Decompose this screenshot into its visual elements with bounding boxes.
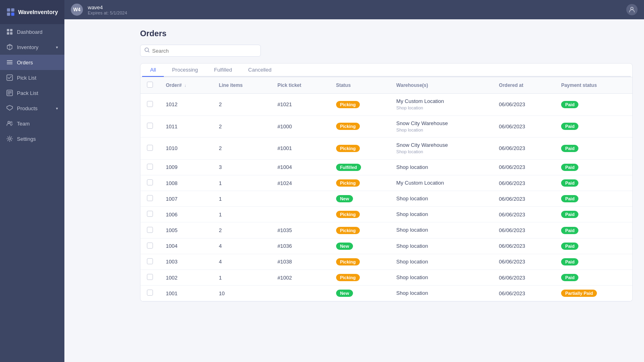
row-checkbox[interactable] (147, 274, 153, 280)
warehouse-cell: Snow City WarehouseShop location (396, 142, 486, 155)
row-order-number: 1009 (159, 159, 213, 175)
warehouse-cell: Shop location (396, 195, 486, 202)
row-pick-ticket: #1001 (271, 138, 330, 160)
table-row[interactable]: 10061PickingShop location06/06/2023Paid (140, 207, 632, 222)
warehouse-name: Shop location (396, 164, 486, 171)
orders-tbody: 10122#1021PickingMy Custom LocationShop … (140, 94, 632, 301)
table-row[interactable]: 10044#1036NewShop location06/06/2023Paid (140, 238, 632, 254)
sidebar-item-pack-list[interactable]: Pack List (0, 85, 64, 101)
row-order-number: 1004 (159, 238, 213, 254)
table-row[interactable]: 10122#1021PickingMy Custom LocationShop … (140, 94, 632, 116)
table-row[interactable]: 100110NewShop location06/06/2023Partiall… (140, 286, 632, 301)
row-status: Picking (330, 207, 390, 222)
row-checkbox[interactable] (147, 179, 153, 185)
row-status: New (330, 238, 390, 254)
app-name: WaveInventory (18, 9, 58, 15)
payment-badge: Paid (561, 211, 578, 218)
row-checkbox[interactable] (147, 195, 153, 201)
col-warehouses: Warehouse(s) (390, 77, 493, 94)
row-order-number: 1006 (159, 207, 213, 222)
col-line-items: Line items (213, 77, 271, 94)
row-line-items: 4 (213, 238, 271, 254)
row-payment-status: Paid (555, 94, 632, 116)
select-all-checkbox[interactable] (147, 82, 153, 88)
row-checkbox[interactable] (147, 101, 153, 107)
row-ordered-at: 06/06/2023 (493, 138, 555, 160)
table-row[interactable]: 10071NewShop location06/06/2023Paid (140, 191, 632, 207)
svg-rect-7 (10, 32, 12, 35)
table-row[interactable]: 10052#1035PickingShop location06/06/2023… (140, 222, 632, 238)
logo-icon (6, 6, 15, 19)
row-checkbox[interactable] (147, 164, 153, 170)
sidebar-item-products[interactable]: Products ▾ (0, 101, 64, 116)
row-status: Picking (330, 94, 390, 116)
sidebar-item-pick-list[interactable]: Pick List (0, 70, 64, 85)
svg-line-21 (148, 51, 149, 52)
row-payment-status: Paid (555, 138, 632, 160)
row-checkbox[interactable] (147, 211, 153, 217)
sidebar-logo: WaveInventory (0, 0, 64, 24)
sidebar-item-settings[interactable]: Settings (0, 131, 64, 146)
col-order[interactable]: Order# ↓ (159, 77, 213, 94)
row-checkbox[interactable] (147, 290, 153, 296)
row-checkbox[interactable] (147, 145, 153, 151)
svg-rect-0 (7, 8, 10, 12)
status-badge: New (336, 243, 353, 250)
warehouse-name: Snow City Warehouse (396, 142, 486, 149)
sidebar-item-team[interactable]: Team (0, 116, 64, 131)
svg-point-17 (10, 121, 12, 123)
avatar: W4 (71, 4, 83, 16)
search-input[interactable] (152, 48, 256, 54)
row-warehouse: Snow City WarehouseShop location (390, 138, 493, 160)
row-payment-status: Paid (555, 115, 632, 138)
row-checkbox[interactable] (147, 258, 153, 264)
row-order-number: 1010 (159, 138, 213, 160)
row-order-number: 1005 (159, 222, 213, 238)
warehouse-cell: My Custom LocationShop location (396, 98, 486, 111)
payment-badge: Paid (561, 258, 578, 265)
row-payment-status: Paid (555, 254, 632, 269)
user-menu-button[interactable] (626, 4, 638, 15)
tab-fulfilled[interactable]: Fulfilled (206, 64, 240, 77)
row-status: Picking (330, 175, 390, 191)
row-checkbox-cell (140, 254, 159, 269)
row-line-items: 3 (213, 159, 271, 175)
orders-table-wrapper: Order# ↓ Line items Pick ticket Status W… (140, 77, 633, 302)
table-row[interactable]: 10093#1004FulfilledShop location06/06/20… (140, 159, 632, 175)
row-order-number: 1002 (159, 270, 213, 286)
tab-processing[interactable]: Processing (164, 64, 206, 77)
sidebar-item-inventory[interactable]: Inventory ▾ (0, 39, 64, 55)
svg-rect-3 (11, 12, 14, 16)
sidebar-item-dashboard[interactable]: Dashboard (0, 24, 64, 39)
expiry-label: Expires at: 5/1/2024 (88, 10, 127, 15)
table-row[interactable]: 10034#1038PickingShop location06/06/2023… (140, 254, 632, 269)
tab-cancelled[interactable]: Cancelled (240, 64, 280, 77)
row-line-items: 2 (213, 94, 271, 116)
table-row[interactable]: 10102#1001PickingSnow City WarehouseShop… (140, 138, 632, 160)
sidebar-item-orders[interactable]: Orders (0, 55, 64, 70)
tab-all[interactable]: All (142, 64, 164, 77)
warehouse-cell: Shop location (396, 258, 486, 265)
row-checkbox[interactable] (147, 123, 153, 129)
row-pick-ticket: #1002 (271, 270, 330, 286)
row-pick-ticket: #1021 (271, 94, 330, 116)
row-checkbox[interactable] (147, 243, 153, 249)
row-ordered-at: 06/06/2023 (493, 175, 555, 191)
row-status: Fulfilled (330, 159, 390, 175)
table-row[interactable]: 10081#1024PickingMy Custom Location06/06… (140, 175, 632, 191)
row-checkbox[interactable] (147, 227, 153, 233)
payment-badge: Paid (561, 227, 578, 234)
table-row[interactable]: 10021#1002PickingShop location06/06/2023… (140, 270, 632, 286)
sidebar-item-label: Pick List (17, 75, 36, 81)
svg-rect-5 (10, 29, 12, 31)
row-ordered-at: 06/06/2023 (493, 238, 555, 254)
main-content: Orders All Processing Fulfilled Cancelle… (129, 19, 644, 362)
status-badge: Picking (336, 145, 360, 152)
warehouse-name: My Custom Location (396, 179, 486, 187)
warehouse-cell: My Custom Location (396, 179, 486, 187)
row-checkbox-cell (140, 286, 159, 301)
table-row[interactable]: 10112#1000PickingSnow City WarehouseShop… (140, 115, 632, 138)
products-chevron: ▾ (56, 106, 58, 111)
row-ordered-at: 06/06/2023 (493, 286, 555, 301)
row-order-number: 1008 (159, 175, 213, 191)
